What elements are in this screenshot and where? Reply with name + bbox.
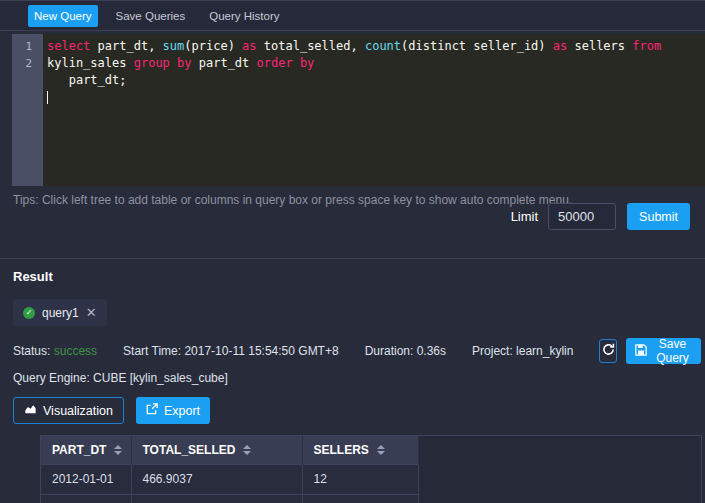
sort-icon[interactable] [243, 445, 251, 455]
limit-row: Limit Submit [511, 203, 690, 230]
export-button[interactable]: Export [136, 397, 210, 424]
table-header-row: PART_DTTOTAL_SELLEDSELLERS [41, 436, 418, 464]
query-tabs: New QuerySave QueriesQuery History [0, 0, 705, 31]
sql-editor[interactable]: 12 select part_dt, sum(price) as total_s… [12, 34, 705, 186]
sql-tokens: select part_dt, sum(price) as total_sell… [47, 39, 668, 87]
start-time-field: Start Time: 2017-10-11 15:54:50 GMT+8 [123, 344, 339, 358]
table-cell: 2012-01-02 [41, 494, 131, 503]
table-cell: 466.9037 [131, 464, 302, 494]
query-engine-field: Query Engine: CUBE [kylin_sales_cube] [13, 371, 705, 385]
table-row: 2012-01-02970.234717 [41, 494, 418, 503]
column-header-total_selled[interactable]: TOTAL_SELLED [131, 436, 302, 464]
column-header-part_dt[interactable]: PART_DT [41, 436, 131, 464]
refresh-icon [602, 343, 615, 359]
text-cursor [47, 91, 48, 104]
result-query-tab[interactable]: ✓ query1 ✕ [13, 299, 107, 326]
duration-field: Duration: 0.36s [365, 344, 446, 358]
result-table-container: PART_DTTOTAL_SELLEDSELLERS 2012-01-01466… [40, 435, 702, 503]
submit-button[interactable]: Submit [627, 203, 690, 230]
result-actions-row: Visualization Export [13, 397, 705, 424]
tab-save-queries[interactable]: Save Queries [110, 5, 192, 27]
table-row: 2012-01-01466.903712 [41, 464, 418, 494]
check-circle-icon: ✓ [23, 307, 35, 319]
result-table: PART_DTTOTAL_SELLEDSELLERS 2012-01-01466… [41, 436, 419, 503]
table-cell: 970.2347 [131, 494, 302, 503]
save-query-button[interactable]: Save Query [626, 338, 701, 364]
status-row: Status: success Start Time: 2017-10-11 1… [13, 338, 690, 364]
table-body: 2012-01-01466.9037122012-01-02970.234717 [41, 464, 418, 503]
status-field: Status: success [13, 344, 97, 358]
project-field: Project: learn_kylin [472, 344, 573, 358]
visualization-button[interactable]: Visualization [13, 397, 124, 424]
table-cell: 2012-01-01 [41, 464, 131, 494]
floppy-icon [635, 344, 647, 359]
column-header-sellers[interactable]: SELLERS [302, 436, 418, 464]
editor-gutter: 12 [12, 34, 43, 186]
table-cell: 17 [302, 494, 418, 503]
tab-new-query[interactable]: New Query [28, 5, 98, 27]
tips-text: Tips: Click left tree to add table or co… [13, 193, 572, 207]
area-chart-icon [24, 403, 37, 418]
status-value: success [54, 344, 97, 358]
sort-icon[interactable] [377, 445, 385, 455]
section-divider [0, 258, 705, 259]
result-title: Result [13, 269, 705, 284]
table-cell: 12 [302, 464, 418, 494]
limit-label: Limit [511, 209, 538, 224]
sort-icon[interactable] [114, 445, 122, 455]
tab-query-history[interactable]: Query History [203, 5, 285, 27]
limit-input[interactable] [548, 203, 616, 230]
query-tab-label: query1 [42, 306, 79, 320]
sql-code-area[interactable]: select part_dt, sum(price) as total_sell… [43, 34, 705, 186]
line-number: 2 [12, 55, 32, 72]
line-number: 1 [12, 38, 32, 55]
refresh-button[interactable] [599, 339, 616, 363]
external-link-icon [146, 403, 158, 418]
close-icon[interactable]: ✕ [86, 305, 97, 320]
